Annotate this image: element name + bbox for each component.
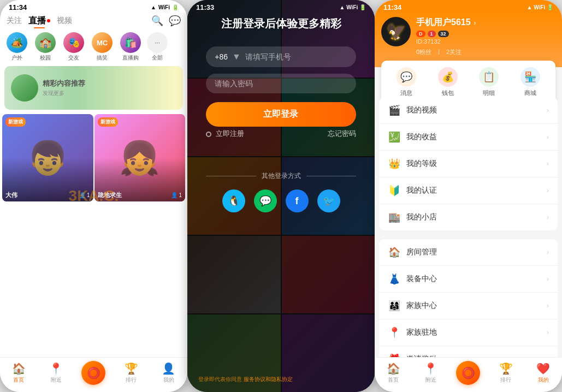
tab-follow[interactable]: 关注 bbox=[7, 16, 22, 26]
cert-icon: 🔰 bbox=[388, 185, 401, 197]
phone-input[interactable] bbox=[245, 52, 347, 61]
dropdown-icon[interactable]: ▼ bbox=[232, 52, 241, 62]
following-count-val: 2关注 bbox=[446, 48, 462, 56]
nav3-live-btn[interactable]: ⭕ bbox=[456, 361, 480, 385]
nav3-rank[interactable]: 🏆 排行 bbox=[492, 362, 519, 384]
qq-login-btn[interactable]: 🐧 bbox=[222, 189, 245, 212]
menu-family[interactable]: 👨‍👩‍👧 家族中心 › bbox=[379, 293, 558, 319]
level-icon: 👑 bbox=[388, 158, 401, 170]
nav-profile[interactable]: 👤 我的 bbox=[155, 362, 182, 384]
login-button[interactable]: 立即登录 bbox=[206, 102, 356, 127]
detail-icon: 📋 bbox=[479, 67, 499, 87]
cat-campus-icon: 🏫 bbox=[35, 32, 56, 53]
nav3-home[interactable]: 🏠 首页 bbox=[380, 362, 407, 384]
menu-group-2: 🏠 房间管理 › 👗 装备中心 › 👨‍👩‍👧 家族中心 › 📍 家族驻地 › … bbox=[379, 239, 558, 357]
my-videos-icon: 🎬 bbox=[388, 104, 401, 116]
menu-family-location[interactable]: 📍 家族驻地 › bbox=[379, 319, 558, 346]
nav3-profile[interactable]: ❤️ 我的 bbox=[530, 362, 557, 384]
live-dot bbox=[47, 19, 50, 22]
badge-d: D bbox=[416, 31, 425, 37]
cat-campus[interactable]: 🏫 校园 bbox=[33, 32, 58, 62]
nav3-nearby[interactable]: 📍 附近 bbox=[417, 362, 445, 384]
invite-icon: 🎁 bbox=[388, 353, 401, 357]
location-label: 家族驻地 bbox=[406, 328, 541, 337]
nav-rank[interactable]: 🏆 排行 bbox=[117, 362, 145, 384]
room-icon: 🏠 bbox=[388, 246, 401, 258]
nav3-rank-label: 排行 bbox=[500, 376, 511, 384]
user-id: ID:37132 bbox=[416, 38, 555, 45]
my-videos-label: 我的视频 bbox=[406, 105, 541, 115]
tab-video[interactable]: 视频 bbox=[57, 16, 72, 26]
register-link[interactable]: 立即注册 bbox=[206, 129, 244, 139]
arrow-icon-8: › bbox=[547, 302, 549, 310]
nav-live-btn[interactable]: ⭕ bbox=[81, 361, 105, 385]
menu-my-shop[interactable]: 🏬 我的小店 › bbox=[379, 204, 558, 230]
cat-friends-icon: 🎭 bbox=[63, 32, 84, 53]
nearby-icon-3: 📍 bbox=[424, 362, 437, 375]
earnings-icon: 💹 bbox=[388, 131, 401, 143]
twitter-icon: 🐦 bbox=[323, 195, 335, 207]
card2-name: 跪地求生 bbox=[98, 191, 122, 199]
section-divider bbox=[379, 230, 558, 235]
rank-icon-3: 🏆 bbox=[499, 362, 513, 375]
rank-icon: 🏆 bbox=[125, 362, 138, 375]
arrow-icon-3: › bbox=[547, 160, 549, 168]
other-login-text: 其他登录方式 bbox=[262, 171, 301, 181]
message-icon[interactable]: 💬 bbox=[169, 15, 181, 27]
wechat-login-btn[interactable]: 💬 bbox=[254, 189, 277, 212]
card1-viewers: 👤 1 bbox=[79, 192, 90, 198]
cat-mc[interactable]: MC 搞笑 bbox=[90, 32, 115, 62]
menu-my-videos[interactable]: 🎬 我的视频 › bbox=[379, 97, 558, 124]
status-icons-2: ▲ WiFi 🔋 bbox=[340, 4, 366, 10]
menu-invite[interactable]: 🎁 邀请奖励 › bbox=[379, 346, 558, 357]
qq-icon: 🐧 bbox=[228, 195, 240, 207]
phone-screen1: 11:34 ▲ WiFi 🔋 关注 直播 视频 🔍 💬 🏕️ 户外 🏫 校园 🎭 bbox=[0, 0, 187, 392]
cat-outdoor[interactable]: 🏕️ 户外 bbox=[4, 32, 29, 62]
login-title: 注册登录后体验更多精彩 bbox=[221, 16, 341, 31]
menu-group-1: 🎬 我的视频 › 💹 我的收益 › 👑 我的等级 › 🔰 我的认证 › 🏬 bbox=[379, 97, 558, 230]
s1-tabs: 关注 直播 视频 bbox=[7, 15, 147, 27]
forgot-password-link[interactable]: 忘记密码 bbox=[328, 129, 356, 139]
live-card-2[interactable]: 👧 新游戏 跪地求生 👤 1 bbox=[94, 114, 186, 201]
badge-1: 1 bbox=[428, 31, 436, 37]
menu-equipment[interactable]: 👗 装备中心 › bbox=[379, 266, 558, 293]
live-card-1[interactable]: 👦 新游戏 大伟 👤 1 bbox=[2, 114, 93, 201]
profile-info: 🦅 手机用户5615 › D 1 32 ID:37132 0粉丝 | 2关注 bbox=[381, 17, 555, 56]
avatar[interactable]: 🦅 bbox=[381, 17, 411, 46]
card1-gradient bbox=[2, 114, 93, 201]
nav3-nearby-label: 附近 bbox=[425, 376, 436, 384]
divider: 其他登录方式 bbox=[206, 171, 356, 181]
menu-my-cert[interactable]: 🔰 我的认证 › bbox=[379, 177, 558, 204]
banner-bg: 精彩内容推荐 发现更多 bbox=[4, 66, 183, 110]
promo-banner[interactable]: 精彩内容推荐 发现更多 bbox=[4, 66, 183, 110]
cert-label: 我的认证 bbox=[406, 186, 541, 195]
header-icons: 🔍 💬 bbox=[151, 15, 181, 27]
twitter-login-btn[interactable]: 🐦 bbox=[317, 189, 340, 212]
profile-chevron[interactable]: › bbox=[474, 19, 476, 27]
nav-home[interactable]: 🏠 首页 bbox=[5, 362, 32, 384]
s1-nav-header: 关注 直播 视频 🔍 💬 bbox=[0, 13, 187, 30]
family-icon: 👨‍👩‍👧 bbox=[388, 300, 401, 312]
search-icon[interactable]: 🔍 bbox=[151, 15, 163, 27]
profile-icon-3: ❤️ bbox=[536, 362, 550, 375]
cat-friends[interactable]: 🎭 交友 bbox=[61, 32, 86, 62]
bottom-nav-1: 🏠 首页 📍 附近 ⭕ 🏆 排行 👤 我的 bbox=[0, 357, 187, 392]
password-input[interactable] bbox=[215, 79, 347, 88]
status-bar-3: 11:34 ▲ WiFi 🔋 bbox=[375, 0, 562, 13]
cat-friends-label: 交友 bbox=[68, 54, 79, 62]
nav-nearby[interactable]: 📍 附近 bbox=[43, 362, 70, 384]
nav3-center[interactable]: ⭕ bbox=[454, 361, 482, 385]
more-categories-btn[interactable]: ··· 全部 bbox=[146, 32, 168, 62]
nav-center[interactable]: ⭕ bbox=[80, 361, 107, 385]
facebook-login-btn[interactable]: f bbox=[286, 189, 309, 212]
menu-my-earnings[interactable]: 💹 我的收益 › bbox=[379, 124, 558, 151]
menu-my-level[interactable]: 👑 我的等级 › bbox=[379, 151, 558, 177]
family-label: 家族中心 bbox=[406, 301, 541, 311]
menu-room-mgmt[interactable]: 🏠 房间管理 › bbox=[379, 239, 558, 266]
tab-live[interactable]: 直播 bbox=[28, 15, 50, 27]
terms-link[interactable]: 服务协议和隐私协定 bbox=[244, 376, 293, 382]
cat-outdoor-label: 户外 bbox=[11, 54, 22, 62]
cat-live-shop[interactable]: 🛍️ 直播购 bbox=[118, 32, 143, 62]
phone-input-wrap: +86 ▼ bbox=[206, 46, 356, 67]
home-icon: 🏠 bbox=[12, 362, 26, 375]
